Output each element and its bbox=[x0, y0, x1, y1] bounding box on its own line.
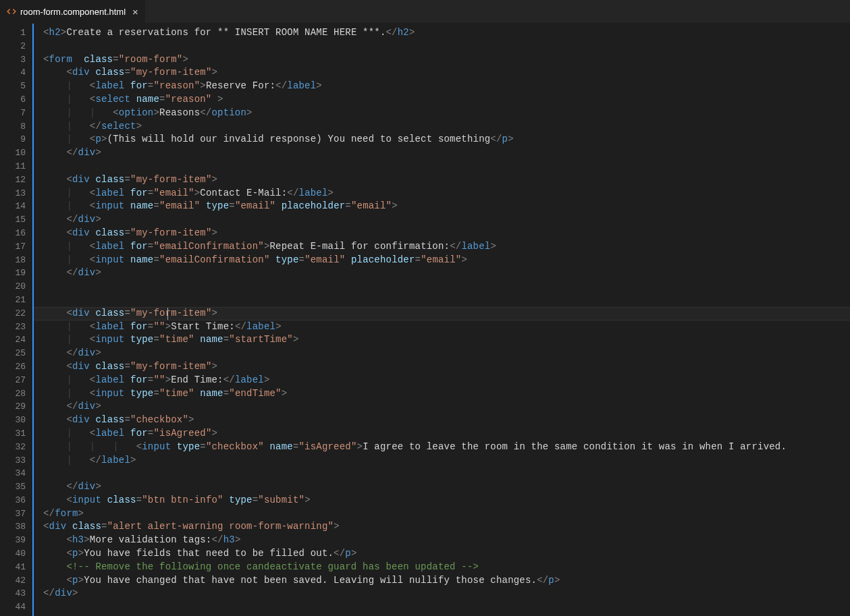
line-number: 14 bbox=[0, 200, 26, 213]
code-line[interactable]: | <label for="emailConfirmation">Repeat … bbox=[43, 240, 850, 254]
line-number: 38 bbox=[0, 520, 26, 534]
line-number: 16 bbox=[0, 227, 26, 240]
close-icon[interactable]: × bbox=[132, 6, 138, 18]
tab-filename: room-form.component.html bbox=[20, 7, 126, 17]
code-line[interactable] bbox=[43, 40, 850, 53]
line-number: 10 bbox=[0, 146, 26, 160]
code-line[interactable]: <div class="my-form-item"> bbox=[43, 360, 850, 374]
line-number: 37 bbox=[0, 507, 26, 521]
code-line[interactable]: | <label for="reason">Reserve For:</labe… bbox=[43, 80, 850, 93]
code-line[interactable]: <div class="my-form-item"> bbox=[43, 173, 850, 187]
code-line[interactable] bbox=[43, 467, 850, 480]
code-line[interactable]: <form class="room-form"> bbox=[43, 53, 850, 67]
code-line[interactable] bbox=[43, 600, 850, 614]
editor-tab[interactable]: room-form.component.html × bbox=[0, 0, 146, 23]
line-number: 29 bbox=[0, 400, 26, 414]
line-number: 35 bbox=[0, 480, 26, 494]
line-number: 7 bbox=[0, 107, 26, 120]
code-content[interactable]: <h2>Create a reservations for ** INSERT … bbox=[34, 24, 850, 616]
code-line[interactable]: </div> bbox=[43, 587, 850, 600]
code-line[interactable]: <!-- Remove the following once candeacti… bbox=[43, 561, 850, 574]
code-line[interactable]: | <label for="isAgreed"> bbox=[43, 427, 850, 441]
line-number: 24 bbox=[0, 333, 26, 347]
code-line[interactable]: | <input type="time" name="endTime"> bbox=[43, 387, 850, 401]
code-line[interactable]: </div> bbox=[43, 480, 850, 494]
line-number: 41 bbox=[0, 561, 26, 574]
code-line[interactable]: | <label for="">End Time:</label> bbox=[43, 374, 850, 387]
line-number: 3 bbox=[0, 53, 26, 67]
code-line[interactable] bbox=[43, 160, 850, 173]
line-number: 9 bbox=[0, 133, 26, 146]
line-number: 22 bbox=[0, 307, 26, 320]
code-line[interactable]: | <label for="">Start Time:</label> bbox=[43, 320, 850, 334]
code-line[interactable]: | <select name="reason" > bbox=[43, 93, 850, 107]
code-line[interactable]: | </label> bbox=[43, 454, 850, 468]
code-line[interactable]: </div> bbox=[43, 213, 850, 227]
code-line[interactable]: <p>You have fields that need to be fille… bbox=[43, 547, 850, 561]
line-number: 1 bbox=[0, 26, 26, 40]
code-line[interactable]: | | | <input type="checkbox" name="isAgr… bbox=[43, 441, 850, 454]
code-line[interactable] bbox=[43, 293, 850, 307]
code-line[interactable]: | | <option>Reasons</option> bbox=[43, 107, 850, 120]
code-line[interactable]: </div> bbox=[43, 400, 850, 414]
line-number: 43 bbox=[0, 587, 26, 600]
code-line[interactable]: <input class="btn btn-info" type="submit… bbox=[43, 494, 850, 507]
code-line[interactable]: <h3>More validation tags:</h3> bbox=[43, 534, 850, 547]
code-line[interactable]: | </select> bbox=[43, 120, 850, 134]
line-number: 18 bbox=[0, 254, 26, 267]
line-number: 27 bbox=[0, 374, 26, 387]
line-number: 6 bbox=[0, 93, 26, 107]
code-line[interactable]: <div class="alert alert-warning room-for… bbox=[43, 520, 850, 534]
line-number: 40 bbox=[0, 547, 26, 561]
line-number: 31 bbox=[0, 427, 26, 441]
line-number: 17 bbox=[0, 240, 26, 254]
code-line[interactable]: </div> bbox=[43, 267, 850, 280]
line-number: 30 bbox=[0, 414, 26, 427]
code-line[interactable]: | <p>(This will hold our invalid respons… bbox=[43, 133, 850, 146]
line-number: 23 bbox=[0, 320, 26, 334]
editor-area: 1234567891011121314151617181920212223242… bbox=[0, 24, 850, 616]
line-number: 44 bbox=[0, 600, 26, 614]
line-number: 8 bbox=[0, 120, 26, 134]
line-number: 20 bbox=[0, 280, 26, 293]
line-number: 11 bbox=[0, 160, 26, 173]
code-line[interactable]: | <label for="email">Contact E-Mail:</la… bbox=[43, 187, 850, 200]
code-line[interactable]: | <input name="emailConfirmation" type="… bbox=[43, 254, 850, 267]
line-number: 42 bbox=[0, 574, 26, 588]
line-number: 32 bbox=[0, 441, 26, 454]
line-number: 12 bbox=[0, 173, 26, 187]
code-line[interactable]: </div> bbox=[43, 146, 850, 160]
line-number: 2 bbox=[0, 40, 26, 53]
code-line[interactable]: | <input name="email" type="email" place… bbox=[43, 200, 850, 213]
code-line[interactable]: <p>You have changed that have not been s… bbox=[43, 574, 850, 588]
code-line[interactable]: </form> bbox=[43, 507, 850, 521]
line-number: 28 bbox=[0, 387, 26, 401]
line-number: 25 bbox=[0, 347, 26, 360]
line-number: 39 bbox=[0, 534, 26, 547]
code-line[interactable]: <h2>Create a reservations for ** INSERT … bbox=[43, 26, 850, 40]
line-number: 15 bbox=[0, 213, 26, 227]
code-line[interactable]: <div class="my-form-item"> bbox=[43, 227, 850, 240]
line-number: 36 bbox=[0, 494, 26, 507]
code-line[interactable]: | <input type="time" name="startTime"> bbox=[43, 333, 850, 347]
code-line[interactable]: <div class="my-form-item"> bbox=[43, 307, 850, 320]
line-number: 4 bbox=[0, 66, 26, 80]
code-line[interactable]: <div class="checkbox"> bbox=[43, 414, 850, 427]
line-number: 19 bbox=[0, 267, 26, 280]
line-number: 34 bbox=[0, 467, 26, 480]
tab-bar: room-form.component.html × bbox=[0, 0, 850, 24]
line-number: 21 bbox=[0, 293, 26, 307]
html-file-icon bbox=[7, 7, 16, 16]
line-number: 13 bbox=[0, 187, 26, 200]
code-line[interactable]: <div class="my-form-item"> bbox=[43, 66, 850, 80]
code-line[interactable] bbox=[43, 280, 850, 293]
code-line[interactable]: </div> bbox=[43, 347, 850, 360]
line-number: 26 bbox=[0, 360, 26, 374]
line-number: 33 bbox=[0, 454, 26, 468]
line-number-gutter: 1234567891011121314151617181920212223242… bbox=[0, 24, 34, 616]
line-number: 5 bbox=[0, 80, 26, 93]
